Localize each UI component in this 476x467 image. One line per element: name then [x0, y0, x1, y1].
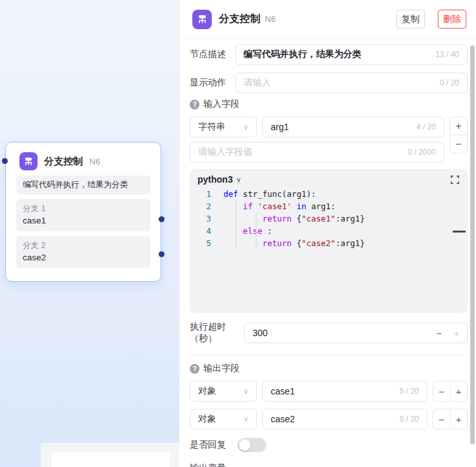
chevron-down-icon: ∨: [243, 415, 249, 424]
output-fields-section-title: 输出字段: [203, 363, 240, 374]
output-name-input[interactable]: case2 5 / 20: [262, 409, 427, 429]
char-counter: 0 / 2000: [403, 148, 436, 157]
remove-field-button[interactable]: −: [450, 135, 467, 153]
indent-guide: [256, 212, 256, 249]
branch-node-icon: [192, 10, 212, 29]
display-action-input[interactable]: 请输入 0 / 20: [235, 73, 468, 93]
char-counter: 0 / 20: [435, 78, 459, 87]
input-field-stepper: + −: [449, 117, 468, 154]
chevron-down-icon: ∨: [243, 387, 249, 396]
page-title: 分支控制: [219, 12, 260, 26]
timeout-input[interactable]: 300 − +: [244, 323, 468, 343]
node-output-port-1[interactable]: [159, 216, 164, 222]
minimap-viewport[interactable]: [52, 452, 170, 467]
node-input-port[interactable]: [2, 158, 8, 164]
node-desc-input[interactable]: 编写代码并执行，结果为分类 13 / 40: [235, 44, 468, 65]
field-name-input[interactable]: arg1 4 / 20: [262, 117, 444, 137]
panel-header: 分支控制 N6 复制 删除: [179, 0, 476, 39]
display-action-label: 显示动作: [190, 77, 235, 89]
timeout-increase-button[interactable]: +: [453, 328, 459, 339]
reply-toggle[interactable]: [238, 438, 266, 452]
field-value-input[interactable]: 请输入字段值 0 / 2000: [190, 142, 444, 163]
next-section-label: 输出变量: [190, 462, 226, 467]
output-name-input[interactable]: case1 5 / 20: [262, 381, 427, 402]
node-config-panel: 分支控制 N6 复制 删除 节点描述 编写代码并执行，结果为分类 13 / 40…: [179, 0, 476, 467]
char-counter: 13 / 40: [430, 50, 459, 59]
editor-scroll-marker[interactable]: [453, 231, 466, 233]
input-fields-section-title: 输入字段: [203, 98, 240, 110]
flow-canvas[interactable]: 分支控制 N6 编写代码并执行，结果为分类 分支 1 case1 分支 2 ca…: [0, 0, 179, 467]
node-desc-label: 节点描述: [190, 49, 235, 60]
node-output-port-2[interactable]: [159, 251, 164, 257]
code-lines[interactable]: 1def str_func(arg1):2 if 'case1' in arg1…: [190, 186, 468, 249]
reply-toggle-label: 是否回复: [190, 439, 226, 451]
delete-button[interactable]: 删除: [438, 10, 466, 28]
branch-node-icon: [19, 152, 38, 170]
output-row-stepper: − +: [433, 409, 468, 429]
indent-guide: [236, 200, 236, 249]
minimap[interactable]: [41, 443, 179, 467]
add-output-button[interactable]: +: [451, 409, 468, 429]
add-output-button[interactable]: +: [451, 382, 468, 401]
char-counter: 4 / 20: [411, 122, 436, 131]
output-row-stepper: − +: [433, 381, 468, 402]
branch-value: case2: [23, 251, 144, 264]
node-description-pill: 编写代码并执行，结果为分类: [16, 176, 150, 194]
output-type-select[interactable]: 对象 ∨: [190, 409, 257, 429]
help-icon[interactable]: ?: [190, 364, 199, 374]
chevron-down-icon: ∨: [236, 176, 241, 184]
fullscreen-icon[interactable]: [450, 175, 460, 185]
panel-scrollbar[interactable]: [470, 45, 475, 444]
code-line[interactable]: 4 else :: [190, 225, 468, 237]
branch-label: 分支 2: [23, 240, 144, 251]
code-editor[interactable]: python3 ∨ 1def str_func(arg1):2 if 'case…: [190, 169, 468, 313]
add-field-button[interactable]: +: [450, 117, 467, 135]
branch-item-2[interactable]: 分支 2 case2: [16, 236, 150, 268]
node-title: 分支控制: [44, 155, 83, 168]
output-type-select[interactable]: 对象 ∨: [190, 381, 257, 402]
branch-item-1[interactable]: 分支 1 case1: [16, 199, 150, 231]
node-id-badge: N6: [265, 14, 276, 24]
section-divider: [190, 355, 468, 356]
remove-output-button[interactable]: −: [433, 382, 451, 401]
code-line[interactable]: 3 return {"case1":arg1}: [190, 212, 468, 225]
branch-label: 分支 1: [23, 203, 144, 214]
copy-button[interactable]: 复制: [396, 10, 425, 28]
code-line[interactable]: 1def str_func(arg1):: [190, 188, 468, 200]
code-line[interactable]: 5 return {"case2":arg1}: [190, 237, 468, 249]
branch-node-card[interactable]: 分支控制 N6 编写代码并执行，结果为分类 分支 1 case1 分支 2 ca…: [5, 142, 161, 282]
code-line[interactable]: 2 if 'case1' in arg1:: [190, 200, 468, 212]
language-select[interactable]: python3: [198, 174, 232, 185]
node-id: N6: [89, 157, 100, 166]
char-counter: 5 / 20: [394, 415, 419, 424]
remove-output-button[interactable]: −: [433, 409, 451, 429]
field-type-select[interactable]: 字符串 ∨: [190, 117, 257, 137]
toggle-knob: [239, 439, 251, 451]
chevron-down-icon: ∨: [243, 122, 249, 131]
char-counter: 5 / 20: [394, 387, 419, 396]
timeout-label: 执行超时（秒）: [190, 321, 244, 345]
timeout-decrease-button[interactable]: −: [436, 328, 442, 339]
help-icon[interactable]: ?: [190, 100, 199, 109]
branch-value: case1: [23, 214, 144, 227]
